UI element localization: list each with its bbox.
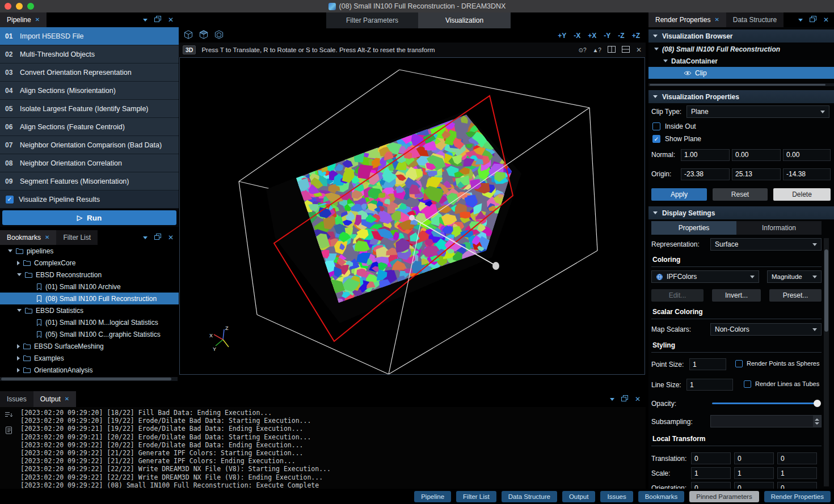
- toggle-filter-list-button[interactable]: Filter List: [456, 491, 496, 502]
- scale-x-input[interactable]: [691, 467, 731, 479]
- panel-menu-caret-icon[interactable]: [798, 19, 803, 22]
- scrollbar-thumb[interactable]: [824, 249, 828, 332]
- console-log[interactable]: [2023:02:20 09:29:20] [18/22] Fill Bad D…: [17, 407, 331, 489]
- close-panel-icon[interactable]: ✕: [635, 396, 641, 403]
- normal-x-input[interactable]: [681, 149, 730, 161]
- browser-item-dataset[interactable]: (08) Small IN100 Full Reconstruction: [648, 43, 834, 55]
- close-render-view-icon[interactable]: ✕: [636, 46, 642, 53]
- query-point-icon[interactable]: ⊙?: [579, 47, 587, 53]
- visualization-browser-header[interactable]: Visualization Browser: [648, 29, 834, 43]
- toggle-data-structure-button[interactable]: Data Structure: [502, 491, 557, 502]
- chevron-down-icon[interactable]: [654, 48, 659, 50]
- opacity-slider-handle[interactable]: [814, 400, 821, 407]
- scrollbar-thumb[interactable]: [650, 84, 825, 86]
- pipeline-filter-row[interactable]: 05 Isolate Largest Feature (Identify Sam…: [0, 100, 179, 118]
- edit-colormap-button[interactable]: Edit...: [651, 289, 704, 302]
- close-tab-icon[interactable]: ✕: [65, 396, 69, 402]
- representation-dropdown[interactable]: Surface: [710, 238, 822, 251]
- apply-button[interactable]: Apply: [651, 188, 707, 201]
- normal-z-input[interactable]: [783, 149, 831, 161]
- tab-pipeline[interactable]: Pipeline ✕: [0, 12, 47, 27]
- close-window-button[interactable]: [5, 3, 11, 10]
- camera-plus-x-button[interactable]: +X: [588, 32, 596, 40]
- split-horizontal-icon[interactable]: [622, 46, 630, 54]
- pipeline-filter-row[interactable]: 03 Convert Orientation Representation: [0, 63, 179, 82]
- normal-y-input[interactable]: [732, 149, 781, 161]
- opacity-slider[interactable]: [712, 403, 820, 404]
- render-viewport[interactable]: Z X Y: [179, 57, 645, 375]
- orientation-z-input[interactable]: [777, 482, 817, 489]
- minimize-window-button[interactable]: [16, 3, 23, 10]
- display-settings-scrollbar[interactable]: [824, 238, 829, 486]
- toggle-pinned-parameters-button[interactable]: Pinned Parameters: [689, 491, 759, 502]
- close-panel-icon[interactable]: ✕: [823, 16, 829, 23]
- color-array-dropdown[interactable]: IPFColors: [651, 270, 759, 283]
- display-settings-header[interactable]: Display Settings: [648, 206, 834, 219]
- close-tab-icon[interactable]: ✕: [714, 17, 719, 23]
- translation-x-input[interactable]: [691, 452, 731, 464]
- toggle-render-properties-button[interactable]: Render Properties: [764, 491, 831, 502]
- toggle-output-button[interactable]: Output: [562, 491, 596, 502]
- pipeline-filter-row[interactable]: 09 Segment Features (Misorientation): [0, 172, 179, 190]
- orientation-x-input[interactable]: [691, 482, 731, 489]
- reset-button[interactable]: Reset: [713, 188, 768, 201]
- browser-scrollbar[interactable]: [648, 83, 834, 86]
- tree-item-ebsd-statistics[interactable]: EBSD Statistics: [0, 304, 179, 316]
- panel-menu-caret-icon[interactable]: [143, 236, 148, 239]
- query-cell-icon[interactable]: ▲?: [592, 47, 601, 53]
- scale-y-input[interactable]: [734, 467, 774, 479]
- line-size-input[interactable]: [686, 379, 733, 391]
- tab-output[interactable]: Output ✕: [33, 391, 76, 407]
- tab-data-structure[interactable]: Data Structure: [726, 12, 784, 27]
- subsampling-spinbox[interactable]: [710, 415, 822, 427]
- camera-plus-z-button[interactable]: +Z: [632, 32, 640, 40]
- delete-button[interactable]: Delete: [773, 188, 831, 201]
- run-pipeline-button[interactable]: ▷ Run: [2, 210, 176, 225]
- auto-scroll-icon[interactable]: [5, 411, 13, 421]
- undock-panel-icon[interactable]: [810, 16, 816, 24]
- origin-y-input[interactable]: [732, 168, 781, 180]
- chevron-right-icon[interactable]: [17, 368, 20, 372]
- render-lines-as-tubes-checkbox[interactable]: [744, 380, 751, 388]
- component-dropdown[interactable]: Magnitude: [767, 270, 822, 283]
- camera-minus-y-button[interactable]: -Y: [604, 32, 610, 40]
- tree-item-ebsd-reconstruction[interactable]: EBSD Reconstruction: [0, 269, 179, 281]
- close-panel-icon[interactable]: ✕: [168, 16, 174, 23]
- view-cube-icon[interactable]: [183, 30, 193, 41]
- tree-item-ebsd-surfacemeshing[interactable]: EBSD SurfaceMeshing: [0, 340, 179, 352]
- translation-z-input[interactable]: [777, 452, 817, 464]
- chevron-down-icon[interactable]: [663, 60, 668, 62]
- panel-menu-caret-icon[interactable]: [143, 19, 148, 22]
- tab-display-information[interactable]: Information: [736, 221, 822, 235]
- chevron-right-icon[interactable]: [17, 261, 20, 265]
- chevron-right-icon[interactable]: [17, 344, 20, 349]
- tab-filter-list[interactable]: Filter List: [56, 230, 98, 245]
- scrollbar-thumb[interactable]: [1, 378, 171, 380]
- origin-x-input[interactable]: [681, 168, 730, 180]
- close-panel-icon[interactable]: ✕: [168, 234, 174, 241]
- tree-item-complexcore[interactable]: ComplexCore: [0, 257, 179, 269]
- tab-visualization[interactable]: Visualization: [418, 12, 511, 28]
- tree-item-small-in100-full-reconstruction[interactable]: (08) Small IN100 Full Reconstruction: [0, 293, 179, 304]
- undock-panel-icon[interactable]: [621, 395, 628, 403]
- pipeline-filter-row[interactable]: 06 Align Sections (Feature Centroid): [0, 118, 179, 136]
- pipeline-filter-row[interactable]: 04 Align Sections (Misorientation): [0, 82, 179, 100]
- camera-plus-y-button[interactable]: +Y: [558, 32, 566, 40]
- spin-up-icon[interactable]: [815, 418, 819, 421]
- scale-z-input[interactable]: [777, 467, 817, 479]
- camera-minus-x-button[interactable]: -X: [574, 32, 580, 40]
- tab-bookmarks[interactable]: Bookmarks ✕: [0, 230, 56, 245]
- tree-item-small-in100-archive[interactable]: (01) Small IN100 Archive: [0, 281, 179, 293]
- undock-panel-icon[interactable]: [154, 16, 161, 24]
- pipeline-filter-row[interactable]: 02 Multi-Threshold Objects: [0, 45, 179, 63]
- clip-type-dropdown[interactable]: Plane: [686, 105, 829, 118]
- browser-item-datacontainer[interactable]: DataContainer: [648, 55, 834, 67]
- camera-minus-z-button[interactable]: -Z: [618, 32, 624, 40]
- invert-colormap-button[interactable]: Invert...: [712, 289, 761, 302]
- tree-item-morphological-statistics[interactable]: (01) Small IN100 M...logical Statistics: [0, 316, 179, 328]
- tab-display-properties[interactable]: Properties: [651, 221, 736, 235]
- tree-item-examples[interactable]: Examples: [0, 352, 179, 364]
- browser-item-clip[interactable]: Clip: [648, 67, 834, 79]
- visualize-results-checkbox[interactable]: ✓: [6, 196, 14, 204]
- log-document-icon[interactable]: [5, 426, 12, 436]
